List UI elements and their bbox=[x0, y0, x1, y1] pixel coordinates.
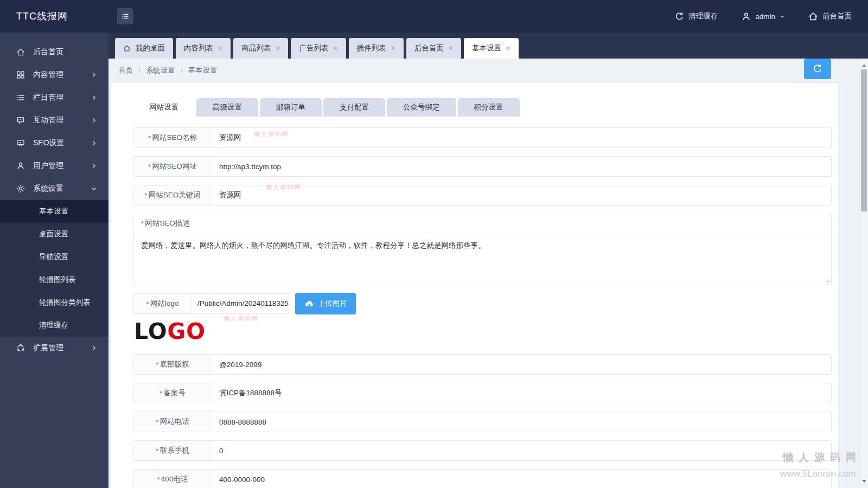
grid-icon bbox=[16, 70, 25, 79]
seo-url-input[interactable]: http://sp3.ttcym.top bbox=[212, 157, 831, 176]
sidebar-item-seo[interactable]: SEO设置 bbox=[0, 132, 108, 155]
tab-content-list[interactable]: 内容列表 × bbox=[176, 38, 231, 59]
close-icon[interactable]: × bbox=[333, 44, 337, 52]
resize-grip-icon[interactable] bbox=[824, 277, 829, 283]
username: admin bbox=[755, 12, 775, 21]
close-icon[interactable]: × bbox=[391, 44, 395, 52]
field-label: * 网站电话 bbox=[133, 412, 212, 432]
mobile-input[interactable]: 0 bbox=[212, 441, 831, 460]
form-row-400-phone: * 400电话 400-0000-000 bbox=[133, 469, 832, 488]
tab-site-settings[interactable]: 网站设置 bbox=[133, 98, 195, 117]
tab-admin-home[interactable]: 后台首页 × bbox=[406, 38, 461, 59]
user-icon bbox=[742, 12, 751, 21]
close-icon[interactable]: × bbox=[506, 44, 510, 52]
tab-ad-list[interactable]: 广告列表 × bbox=[291, 38, 346, 59]
sidebar-item-columns[interactable]: 栏目管理 bbox=[0, 86, 108, 109]
copyright-input[interactable]: @2019-2099 bbox=[212, 355, 831, 374]
dropdown-caret-icon bbox=[780, 16, 784, 20]
required-mark: * bbox=[156, 361, 158, 369]
tab-label: 广告列表 bbox=[299, 43, 328, 53]
sidebar-item-label: SEO设置 bbox=[33, 138, 65, 148]
required-mark: * bbox=[141, 220, 144, 228]
submenu-item-carousel-list[interactable]: 轮播图列表 bbox=[0, 268, 108, 291]
phone-400-input[interactable]: 400-0000-000 bbox=[212, 470, 831, 488]
seo-name-input[interactable]: 资源网 bbox=[212, 128, 831, 147]
sidebar-item-label: 栏目管理 bbox=[33, 93, 63, 102]
tab-label: 基本设置 bbox=[472, 43, 501, 53]
close-icon[interactable]: × bbox=[449, 44, 453, 52]
menu-list-icon bbox=[121, 12, 130, 21]
field-label: * 400电话 bbox=[133, 470, 212, 488]
vertical-scrollbar[interactable] bbox=[859, 59, 868, 488]
sidebar-item-extensions[interactable]: 扩展管理 bbox=[0, 337, 108, 359]
user-icon bbox=[16, 162, 25, 170]
close-icon[interactable]: × bbox=[218, 44, 222, 52]
sidebar-item-dashboard[interactable]: 后台首页 bbox=[0, 41, 108, 63]
sidebar-item-interaction[interactable]: 互动管理 bbox=[0, 109, 108, 132]
tab-label: 商品列表 bbox=[241, 43, 271, 53]
required-mark: * bbox=[159, 389, 162, 397]
seo-keywords-input[interactable]: 资源网 bbox=[212, 185, 831, 205]
breadcrumb-system-settings[interactable]: 系统设置 bbox=[146, 66, 175, 75]
list-icon bbox=[16, 93, 25, 102]
breadcrumb-separator: / bbox=[181, 67, 183, 75]
icp-input[interactable]: 冀ICP备1888888号 bbox=[212, 383, 831, 403]
sidebar-item-users[interactable]: 用户管理 bbox=[0, 155, 108, 177]
cloud-upload-icon bbox=[304, 299, 314, 309]
form-row-seo-description: * 网站SEO描述 爱网络，爱这里。网络人的烟火，熬不尽的网络江湖。专注活动，软… bbox=[133, 214, 832, 285]
scrollbar-thumb[interactable] bbox=[861, 69, 867, 211]
chevron-right-icon bbox=[90, 94, 98, 101]
form-row-site-phone: * 网站电话 0888-8888888 bbox=[133, 412, 832, 432]
tab-mail-order[interactable]: 邮箱订单 bbox=[260, 98, 322, 117]
breadcrumb-home[interactable]: 首页 bbox=[118, 66, 133, 75]
submenu-item-clear-cache[interactable]: 清理缓存 bbox=[0, 314, 108, 337]
user-menu[interactable]: admin bbox=[742, 12, 784, 21]
tab-advanced-settings[interactable]: 高级设置 bbox=[196, 98, 258, 117]
field-label: * 网站SEO网址 bbox=[133, 157, 212, 176]
window-tabs: 我的桌面 内容列表 × 商品列表 × 广告列表 × 插件列表 × 后台首页 × … bbox=[108, 33, 868, 59]
field-label: * 联系手机 bbox=[133, 441, 212, 460]
tab-label: 后台首页 bbox=[414, 43, 444, 53]
tab-product-list[interactable]: 商品列表 × bbox=[233, 38, 288, 59]
scroll-down-arrow-icon[interactable] bbox=[862, 480, 866, 485]
upload-image-button[interactable]: 上传图片 bbox=[295, 293, 356, 314]
field-label: * 网站SEO关键词 bbox=[133, 185, 212, 205]
field-label: * 网站logo bbox=[133, 294, 192, 313]
form-row-mobile: * 联系手机 0 bbox=[133, 440, 832, 461]
refresh-icon bbox=[813, 64, 822, 74]
required-mark: * bbox=[148, 163, 151, 171]
logo-path-input[interactable]: /Public/Admin/20240118325 bbox=[192, 294, 289, 313]
content-region: 首页 / 系统设置 / 基本设置 网站设置 高级设置 邮箱订单 支付配置 公众号… bbox=[108, 59, 868, 488]
sidebar: 后台首页 内容管理 栏目管理 bbox=[0, 33, 108, 488]
brand-logo: TTC线报网 bbox=[16, 0, 68, 33]
required-mark: * bbox=[146, 300, 149, 308]
sidebar-item-system[interactable]: 系统设置 bbox=[0, 177, 108, 200]
refresh-page-button[interactable] bbox=[804, 59, 831, 79]
submenu-item-desktop-settings[interactable]: 桌面设置 bbox=[0, 223, 108, 246]
clear-cache-button[interactable]: 清理缓存 bbox=[675, 11, 718, 21]
submenu-item-carousel-category-list[interactable]: 轮播图分类列表 bbox=[0, 291, 108, 314]
tab-points-settings[interactable]: 积分设置 bbox=[458, 98, 520, 117]
sidebar-item-content[interactable]: 内容管理 bbox=[0, 63, 108, 86]
sidebar-item-label: 内容管理 bbox=[33, 70, 63, 80]
clear-cache-label: 清理缓存 bbox=[688, 11, 718, 21]
tab-plugin-list[interactable]: 插件列表 × bbox=[349, 38, 404, 59]
tab-my-desktop[interactable]: 我的桌面 bbox=[115, 38, 173, 59]
tab-official-account-binding[interactable]: 公众号绑定 bbox=[387, 98, 456, 117]
sidebar-item-label: 互动管理 bbox=[33, 115, 63, 125]
front-home-link[interactable]: 前台首页 bbox=[808, 11, 852, 21]
submenu-item-nav-settings[interactable]: 导航设置 bbox=[0, 246, 108, 268]
upload-image-label: 上传图片 bbox=[318, 299, 347, 309]
seo-description-textarea[interactable]: 爱网络，爱这里。网络人的烟火，熬不尽的网络江湖。专注活动，软件，教程分享！总之就… bbox=[133, 233, 831, 285]
monitor-icon bbox=[16, 139, 25, 147]
tab-payment-config[interactable]: 支付配置 bbox=[323, 98, 385, 117]
close-icon[interactable]: × bbox=[276, 44, 280, 52]
submenu-item-basic-settings[interactable]: 基本设置 bbox=[0, 200, 108, 223]
scroll-up-arrow-icon[interactable] bbox=[862, 62, 866, 67]
sidebar-item-label: 系统设置 bbox=[33, 184, 63, 194]
required-mark: * bbox=[156, 418, 158, 426]
tab-basic-settings[interactable]: 基本设置 × bbox=[464, 38, 519, 59]
site-phone-input[interactable]: 0888-8888888 bbox=[212, 412, 831, 432]
sidebar-toggle-button[interactable] bbox=[117, 8, 133, 24]
form-row-site-logo: * 网站logo /Public/Admin/20240118325 bbox=[133, 293, 832, 314]
